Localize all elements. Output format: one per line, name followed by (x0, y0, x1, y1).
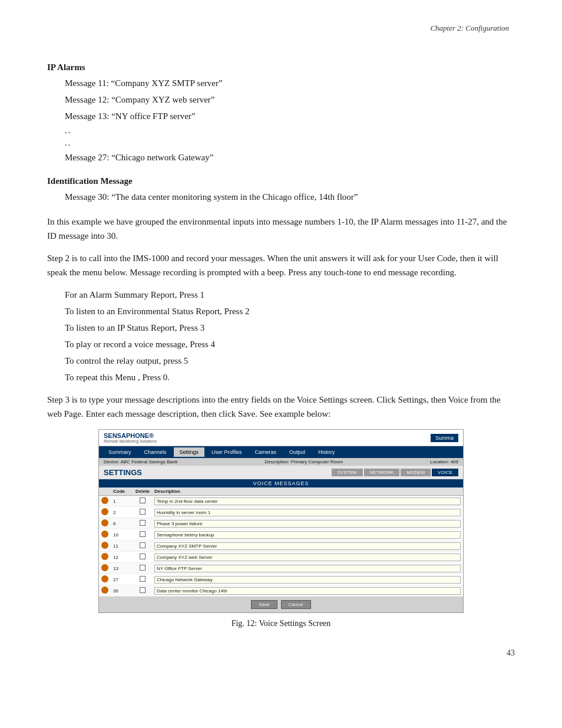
body-paragraph-2: Step 2 is to call into the IMS-1000 and … (47, 251, 515, 279)
row-description[interactable]: Company XYZ web Server (154, 554, 461, 561)
row-code: 11 (113, 543, 131, 549)
row-description[interactable]: Humidity in server room 1 (154, 509, 461, 516)
chapter-header: Chapter 2: Configuration (47, 24, 515, 33)
nav-output[interactable]: Output (283, 447, 311, 457)
row-description[interactable]: Company XYZ SMTP Server (154, 542, 461, 550)
row-code: 6 (113, 521, 131, 526)
ip-alarms-msg27: Message 27: “Chicago network Gateway” (65, 150, 515, 164)
row-icon (101, 553, 108, 560)
row-code: 27 (113, 577, 131, 582)
menu-item-5: To control the relay output, press 5 (65, 354, 515, 368)
save-button[interactable]: Save (251, 600, 277, 609)
nav-cameras[interactable]: Cameras (249, 447, 283, 457)
nav-summary[interactable]: Summary (103, 447, 137, 457)
logo-subtext: Remote Monitoring Solutions (104, 439, 157, 443)
body-paragraph-3: Step 3 is to type your message descripti… (47, 393, 515, 421)
nav-settings[interactable]: Settings (174, 447, 205, 457)
ip-alarms-msg12: Message 12: “Company XYZ web server” (65, 93, 515, 107)
table-row: 12 Company XYZ web Server (99, 552, 463, 563)
nav-channels[interactable]: Channels (138, 447, 173, 457)
row-description[interactable]: NY Office FTP Server (154, 565, 461, 572)
table-row: 2 Humidity in server room 1 (99, 507, 463, 518)
table-row: 11 Company XYZ SMTP Server (99, 541, 463, 552)
row-icon (101, 497, 108, 504)
ip-alarms-section: IP Alarms Message 11: “Company XYZ SMTP … (47, 62, 515, 164)
row-icon (101, 575, 108, 582)
screenshot-footer: Save Cancel (99, 597, 463, 612)
row-description[interactable]: Chicago Network Gateway (154, 576, 461, 584)
table-row: 1 Temp in 2nd floor data center (99, 496, 463, 507)
table-row: 30 Data center monitor Chicago 14th (99, 585, 463, 597)
row-icon (101, 564, 108, 571)
menu-item-4: To play or record a voice message, Press… (65, 337, 515, 351)
header-delete-col: Delete (131, 489, 154, 494)
subtabs-bar: SYSTEM NETWORK MODEM VOICE (332, 469, 458, 476)
location-info: Location: 409 (430, 459, 458, 465)
device-info: Device: ABC Federal Savings Bank (104, 459, 177, 465)
sensaphone-logo: SENSAPHONE® Remote Monitoring Solutions (104, 432, 157, 443)
row-description[interactable]: Phase 3 power failure (154, 520, 461, 528)
row-description[interactable]: Temp in 2nd floor data center (154, 498, 461, 505)
body-paragraph-1: In this example we have grouped the envi… (47, 215, 515, 243)
row-description[interactable]: Sensaphone betery backup (154, 531, 461, 539)
ip-alarms-msg13: Message 13: “NY office FTP server” (65, 109, 515, 123)
row-checkbox[interactable] (140, 498, 146, 503)
row-icon (101, 542, 108, 549)
header-icon-col (101, 489, 113, 494)
subtab-system[interactable]: SYSTEM (332, 469, 363, 476)
row-checkbox[interactable] (140, 587, 146, 593)
row-checkbox[interactable] (140, 509, 146, 515)
row-code: 12 (113, 555, 131, 560)
nav-history[interactable]: History (312, 447, 340, 457)
menu-item-6: To repeat this Menu , Press 0. (65, 370, 515, 384)
voice-table: Code Delete Description 1 Temp in 2nd fl… (99, 487, 463, 597)
identification-heading: Identification Message (47, 176, 515, 186)
subtab-voice[interactable]: VOICE (432, 469, 458, 476)
voice-settings-screenshot: SENSAPHONE® Remote Monitoring Solutions … (98, 429, 464, 613)
row-code: 30 (113, 588, 131, 594)
row-icon (101, 531, 108, 538)
page-number: 43 (507, 648, 515, 658)
screenshot-infobar: Device: ABC Federal Savings Bank Descrip… (99, 458, 463, 466)
settings-title: SETTINGS (104, 468, 142, 477)
row-code: 1 (113, 499, 131, 504)
identification-msg30: Message 30: “The data center monitoring … (65, 190, 515, 204)
row-icon (101, 587, 108, 594)
identification-section: Identification Message Message 30: “The … (47, 176, 515, 204)
menu-items-block: For an Alarm Summary Report, Press 1 To … (47, 288, 515, 384)
logo-text: SENSAPHONE® (104, 432, 154, 439)
row-code: 10 (113, 532, 131, 538)
settings-header-bar: SETTINGS SYSTEM NETWORK MODEM VOICE (99, 466, 463, 479)
description-info: Description: Primary Computer Room (265, 459, 343, 465)
row-code: 13 (113, 566, 131, 571)
figure-caption: Fig. 12: Voice Settings Screen (47, 619, 515, 628)
screenshot-navbar: Summary Channels Settings User Profiles … (99, 446, 463, 458)
cancel-button[interactable]: Cancel (281, 600, 311, 609)
row-checkbox[interactable] (140, 531, 146, 537)
voice-messages-header: VOICE MESSAGES (99, 479, 463, 487)
header-desc-col: Description (154, 489, 461, 494)
menu-item-1: For an Alarm Summary Report, Press 1 (65, 288, 515, 302)
ip-alarms-heading: IP Alarms (47, 62, 515, 73)
header-code-col: Code (113, 489, 131, 494)
row-checkbox[interactable] (140, 565, 146, 571)
menu-item-2: To listen to an Environmental Status Rep… (65, 304, 515, 318)
table-row: 27 Chicago Network Gateway (99, 574, 463, 585)
table-row: 6 Phase 3 power failure (99, 518, 463, 529)
summary-button[interactable]: Summa (431, 434, 458, 442)
table-row: 13 NY Office FTP Server (99, 563, 463, 574)
table-row: 10 Sensaphone betery backup (99, 529, 463, 541)
row-description[interactable]: Data center monitor Chicago 14th (154, 587, 461, 595)
dots-1: .. (65, 126, 515, 136)
nav-user-profiles[interactable]: User Profiles (206, 447, 248, 457)
row-checkbox[interactable] (140, 576, 146, 582)
row-icon (101, 519, 108, 526)
row-checkbox[interactable] (140, 554, 146, 559)
row-icon (101, 508, 108, 515)
row-code: 2 (113, 510, 131, 515)
row-checkbox[interactable] (140, 520, 146, 526)
menu-item-3: To listen to an IP Status Report, Press … (65, 321, 515, 335)
row-checkbox[interactable] (140, 542, 146, 548)
subtab-modem[interactable]: MODEM (401, 469, 431, 476)
subtab-network[interactable]: NETWORK (364, 469, 400, 476)
